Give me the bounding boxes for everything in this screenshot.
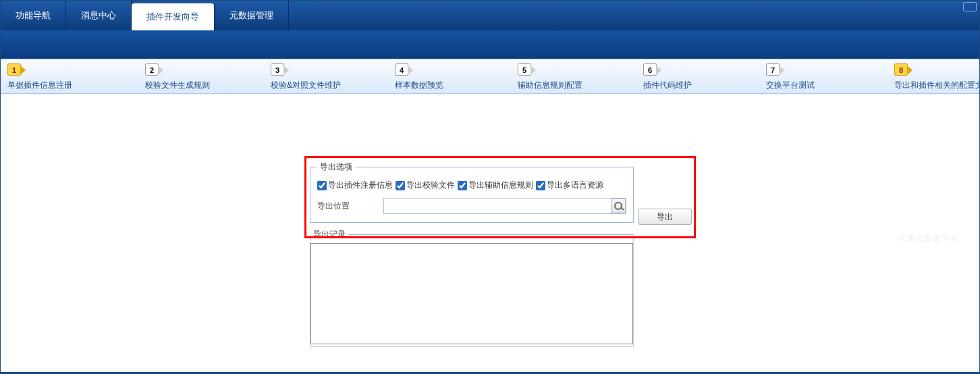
tab-metadata-mgmt[interactable]: 元数据管理 <box>215 1 289 30</box>
step-badge: 4 <box>395 63 408 76</box>
top-nav: 功能导航 消息中心 插件开发向导 元数据管理 <box>1 1 979 30</box>
step-badge: 5 <box>518 63 531 76</box>
export-location-row: 导出位置 <box>317 198 626 214</box>
chk-validate-file-box[interactable] <box>396 181 405 190</box>
step-label: 插件代码维护 <box>643 80 692 91</box>
wizard-step-8[interactable]: 8 导出和插件相关的配置文 <box>888 63 980 91</box>
export-options-fieldset: 导出选项 导出插件注册信息 导出校验文件 导出辅助信息规则 导出多语言资源 <box>310 161 634 223</box>
export-log-textarea[interactable] <box>310 243 633 344</box>
wizard-step-6[interactable]: 6 插件代码维护 <box>636 63 719 91</box>
wizard-step-3[interactable]: 3 校验&对照文件维护 <box>264 63 368 91</box>
chk-multilang-label: 导出多语言资源 <box>547 180 603 191</box>
toolbar-band <box>1 30 979 59</box>
step-label: 辅助信息规则配置 <box>518 80 582 91</box>
step-label: 导出和插件相关的配置文 <box>894 80 980 91</box>
wizard-step-1[interactable]: 1 单据插件信息注册 <box>1 63 99 91</box>
step-label: 样本数据预览 <box>395 80 443 91</box>
export-location-input[interactable] <box>383 198 626 214</box>
tab-function-nav[interactable]: 功能导航 <box>1 1 66 30</box>
chk-register-info-label: 导出插件注册信息 <box>328 180 393 191</box>
chk-aux-rule-label: 导出辅助信息规则 <box>468 180 533 191</box>
step-badge: 8 <box>894 63 908 76</box>
export-log-legend: 导出记录 <box>310 229 348 240</box>
chk-register-info[interactable]: 导出插件注册信息 <box>317 180 393 191</box>
step-label: 交换平台测试 <box>766 80 815 91</box>
chk-aux-rule-box[interactable] <box>458 181 467 190</box>
chk-validate-file-label: 导出校验文件 <box>406 180 455 191</box>
watermark-text: 联通云数据平台 <box>898 233 959 244</box>
wizard-step-4[interactable]: 4 样本数据预览 <box>388 63 470 91</box>
export-button[interactable]: 导出 <box>638 209 692 225</box>
step-badge: 3 <box>271 63 284 76</box>
browse-button[interactable] <box>611 198 626 213</box>
chk-multilang-box[interactable] <box>536 181 545 190</box>
maximize-icon[interactable] <box>963 2 977 11</box>
tab-message-center[interactable]: 消息中心 <box>66 1 132 30</box>
chk-multilang[interactable]: 导出多语言资源 <box>536 180 603 191</box>
step-badge: 2 <box>145 63 159 76</box>
wizard-steps: 1 单据插件信息注册 2 校验文件生成规则 3 校验&对照文件维护 4 样本数据… <box>1 59 979 94</box>
step-badge: 7 <box>766 63 780 76</box>
wizard-step-5[interactable]: 5 辅助信息规则配置 <box>511 63 609 91</box>
chk-aux-rule[interactable]: 导出辅助信息规则 <box>458 180 533 191</box>
export-options-legend: 导出选项 <box>317 161 355 173</box>
main-area: 导出选项 导出插件注册信息 导出校验文件 导出辅助信息规则 导出多语言资源 <box>1 94 979 372</box>
search-icon <box>614 202 622 210</box>
export-location-label: 导出位置 <box>317 201 378 212</box>
wizard-step-2[interactable]: 2 校验文件生成规则 <box>138 63 237 91</box>
wizard-step-7[interactable]: 7 交换平台测试 <box>759 63 842 91</box>
chk-register-info-box[interactable] <box>317 181 327 190</box>
step-label: 单据插件信息注册 <box>7 80 72 91</box>
export-panel: 导出选项 导出插件注册信息 导出校验文件 导出辅助信息规则 导出多语言资源 <box>310 161 634 225</box>
tab-plugin-wizard[interactable]: 插件开发向导 <box>132 3 215 30</box>
step-badge: 1 <box>7 63 21 76</box>
export-checkbox-row: 导出插件注册信息 导出校验文件 导出辅助信息规则 导出多语言资源 <box>317 180 626 191</box>
step-label: 校验文件生成规则 <box>145 80 210 91</box>
export-location-input-wrap <box>383 198 626 214</box>
export-log-fieldset: 导出记录 <box>310 229 634 347</box>
step-badge: 6 <box>643 63 657 76</box>
chk-validate-file[interactable]: 导出校验文件 <box>396 180 455 191</box>
step-label: 校验&对照文件维护 <box>271 80 341 91</box>
